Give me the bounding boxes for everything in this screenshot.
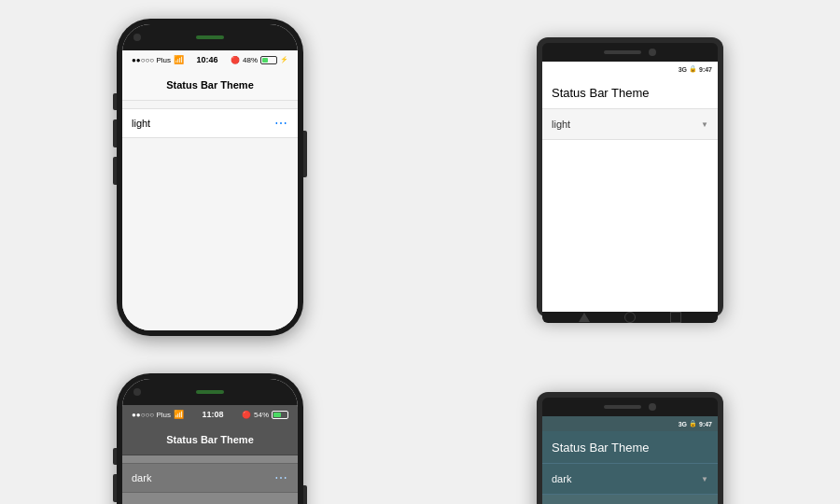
time-display-light: 10:46: [196, 55, 217, 64]
quadrant-ios-dark: ●●○○○ Plus 📶 11:08 🔴 54% Status Bar Them…: [0, 355, 420, 504]
battery-percent-dark: 54%: [254, 411, 269, 419]
side-btn-vol-up-dark: [113, 474, 117, 502]
quadrant-android-dark: 3G 🔒 9:47 Status Bar Theme dark ▼: [420, 355, 840, 504]
android-nav-title-light: Status Bar Theme: [552, 86, 650, 100]
android-lock-icon-dark: 🔒: [689, 420, 697, 427]
status-left-light: ●●○○○ Plus 📶: [132, 55, 184, 64]
android-bottom-bar-light: [542, 312, 718, 323]
battery-icon-light: [260, 56, 277, 64]
ios-phone-dark: ●●○○○ Plus 📶 11:08 🔴 54% Status Bar Them…: [117, 373, 303, 504]
bluetooth-icon-dark: 🔴: [242, 411, 251, 419]
android-top-bezel-dark: [542, 398, 718, 416]
ios-item-value-light: light: [132, 118, 150, 129]
ios-screen-light: ●●○○○ Plus 📶 10:46 🔴 48% ⚡ Status Bar Th…: [122, 24, 298, 330]
android-list-item-dark[interactable]: dark ▼: [542, 464, 718, 495]
ios-list-item-light[interactable]: light ⋯: [122, 108, 298, 138]
ios-nav-bar-dark: Status Bar Theme: [122, 424, 298, 455]
side-btn-vol-up: [113, 119, 117, 147]
dropdown-arrow-dark[interactable]: ▼: [701, 475, 708, 483]
charging-icon: ⚡: [280, 56, 288, 63]
side-btn-mute-dark: [113, 448, 117, 465]
dropdown-arrow-light[interactable]: ▼: [701, 120, 708, 129]
android-home-btn-light[interactable]: [624, 312, 636, 323]
android-screen-light: 3G 🔒 9:47 Status Bar Theme light ▼: [542, 62, 718, 312]
side-btn-mute: [113, 93, 117, 110]
android-content-dark: dark ▼: [542, 464, 718, 504]
ios-content-dark: dark ⋯: [122, 455, 298, 504]
carrier-signal: ●●○○○ Plus: [132, 56, 171, 64]
front-camera-icon-dark: [133, 388, 141, 396]
ios-content-light: light ⋯: [122, 101, 298, 330]
android-status-icons-light: 3G 🔒 9:47: [679, 65, 712, 73]
android-phone-light: 3G 🔒 9:47 Status Bar Theme light ▼: [537, 37, 723, 317]
android-screen-dark: 3G 🔒 9:47 Status Bar Theme dark ▼: [542, 416, 718, 504]
quadrant-ios-light: ●●○○○ Plus 📶 10:46 🔴 48% ⚡ Status Bar Th…: [0, 0, 420, 355]
android-status-icons-dark: 3G 🔒 9:47: [679, 420, 712, 427]
carrier-signal-dark: ●●○○○ Plus: [132, 411, 171, 419]
android-camera-dark: [649, 403, 656, 411]
time-display-dark: 11:08: [202, 410, 223, 419]
ios-top-bezel-dark: [122, 379, 298, 405]
ios-nav-bar-light: Status Bar Theme: [122, 69, 298, 101]
bluetooth-icon: 🔴: [231, 56, 240, 64]
wifi-icon: 📶: [174, 55, 184, 64]
battery-fill-dark: [273, 413, 281, 417]
status-right-light: 🔴 48% ⚡: [231, 56, 288, 64]
front-camera-icon: [133, 34, 141, 41]
android-list-item-light[interactable]: light ▼: [542, 109, 718, 140]
side-btn-vol-down: [113, 157, 117, 185]
ios-list-item-dark[interactable]: dark ⋯: [122, 463, 298, 493]
earpiece-speaker: [196, 35, 224, 39]
android-recents-btn-light[interactable]: [670, 312, 681, 323]
android-speaker-dark: [604, 405, 641, 409]
side-btn-power-dark: [303, 485, 307, 504]
android-status-bar-light: 3G 🔒 9:47: [542, 62, 718, 77]
android-back-btn-light[interactable]: [579, 313, 590, 322]
quadrant-android-light: 3G 🔒 9:47 Status Bar Theme light ▼: [420, 0, 840, 355]
ios-status-bar-light: ●●○○○ Plus 📶 10:46 🔴 48% ⚡: [122, 50, 298, 69]
android-signal-dark: 3G: [679, 421, 687, 427]
ios-item-value-dark: dark: [132, 472, 151, 483]
ios-nav-title-dark: Status Bar Theme: [166, 434, 254, 445]
android-phone-dark: 3G 🔒 9:47 Status Bar Theme dark ▼: [537, 392, 723, 504]
ios-more-dots-light[interactable]: ⋯: [274, 117, 288, 130]
ios-nav-title-light: Status Bar Theme: [166, 79, 254, 91]
wifi-icon-dark: 📶: [174, 410, 184, 419]
android-nav-bar-dark: Status Bar Theme: [542, 431, 718, 464]
android-camera-light: [649, 49, 656, 56]
ios-top-bezel-light: [122, 24, 298, 50]
battery-fill-light: [262, 58, 268, 63]
ios-more-dots-dark[interactable]: ⋯: [274, 471, 288, 484]
android-nav-title-dark: Status Bar Theme: [552, 441, 650, 455]
ios-phone-light: ●●○○○ Plus 📶 10:46 🔴 48% ⚡ Status Bar Th…: [117, 19, 303, 336]
android-speaker-light: [604, 50, 641, 54]
ios-status-bar-dark: ●●○○○ Plus 📶 11:08 🔴 54%: [122, 405, 298, 424]
android-status-bar-dark: 3G 🔒 9:47: [542, 416, 718, 431]
status-left-dark: ●●○○○ Plus 📶: [132, 410, 184, 419]
earpiece-speaker-dark: [196, 390, 224, 394]
android-lock-icon: 🔒: [689, 65, 697, 73]
android-item-value-light: light: [552, 119, 570, 130]
android-time-light: 9:47: [699, 66, 712, 73]
android-content-light: light ▼: [542, 109, 718, 312]
android-top-bezel-light: [542, 43, 718, 62]
android-item-value-dark: dark: [552, 473, 571, 484]
battery-percent-light: 48%: [243, 56, 258, 64]
ios-screen-dark: ●●○○○ Plus 📶 11:08 🔴 54% Status Bar Them…: [122, 379, 298, 504]
android-time-dark: 9:47: [699, 421, 712, 427]
android-nav-bar-light: Status Bar Theme: [542, 77, 718, 109]
battery-icon-dark: [272, 411, 288, 419]
status-right-dark: 🔴 54%: [242, 411, 288, 419]
android-signal-light: 3G: [679, 66, 687, 73]
side-btn-power: [303, 131, 307, 177]
